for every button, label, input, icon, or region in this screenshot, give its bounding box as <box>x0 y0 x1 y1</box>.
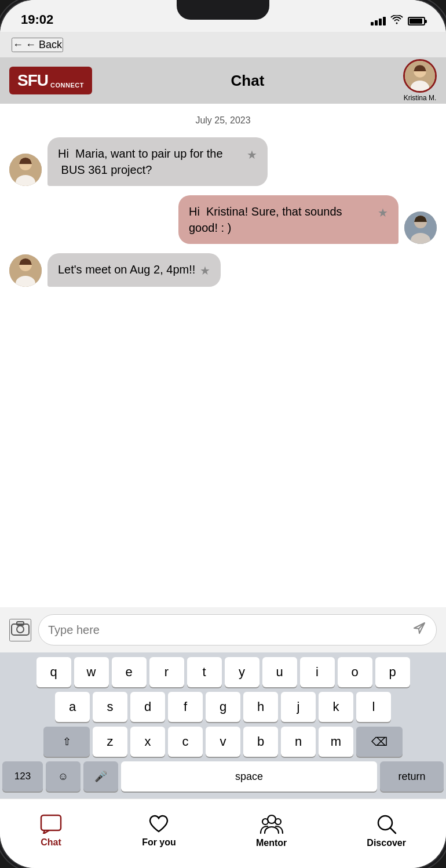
key-u[interactable]: u <box>262 657 297 687</box>
delete-key[interactable]: ⌫ <box>356 727 403 757</box>
message-input[interactable] <box>48 623 412 637</box>
phone-screen: 19:02 <box>0 0 446 868</box>
kristina-msg-avatar <box>9 154 42 186</box>
keyboard-row-1: q w e r t y u i o p <box>2 657 444 687</box>
connect-text: CONNECT <box>50 82 84 89</box>
send-button[interactable] <box>412 621 427 639</box>
key-k[interactable]: k <box>319 692 353 722</box>
nav-label-for-you: For you <box>142 837 176 848</box>
key-j[interactable]: j <box>281 692 316 722</box>
star-icon[interactable]: ★ <box>378 205 388 221</box>
key-q[interactable]: q <box>36 657 71 687</box>
key-x[interactable]: x <box>130 727 165 757</box>
header-avatar-wrap: Kristina M. <box>403 59 437 102</box>
key-y[interactable]: y <box>225 657 259 687</box>
key-e[interactable]: e <box>112 657 147 687</box>
space-key[interactable]: space <box>121 761 377 792</box>
maria-msg-avatar <box>404 211 437 244</box>
star-icon[interactable]: ★ <box>200 262 210 279</box>
status-icons <box>371 15 425 27</box>
avatar <box>9 254 42 287</box>
kristina-avatar-image <box>405 61 435 91</box>
nav-item-for-you[interactable]: For you <box>142 814 176 848</box>
svg-point-13 <box>17 626 24 633</box>
nav-item-discover[interactable]: Discover <box>367 814 406 848</box>
keyboard: q w e r t y u i o p a s d f g h j k <box>0 652 446 798</box>
battery-icon <box>408 17 425 25</box>
message-bubble-received-3: Let's meet on Aug 2, 4pm!! ★ <box>47 253 221 287</box>
avatar <box>404 211 437 244</box>
key-p[interactable]: p <box>375 657 410 687</box>
back-button[interactable]: ← ← Back <box>12 38 63 52</box>
nav-label-chat: Chat <box>41 837 61 848</box>
key-c[interactable]: c <box>168 727 203 757</box>
chat-area: July 25, 2023 Hi Maria, want to pair up … <box>0 104 446 607</box>
key-t[interactable]: t <box>187 657 222 687</box>
message-bubble-sent-2: Hi Kristina! Sure, that sounds good! : )… <box>178 195 399 244</box>
back-label: ← Back <box>25 39 62 51</box>
key-l[interactable]: l <box>356 692 391 722</box>
keyboard-row-3: ⇧ z x c v b n m ⌫ <box>2 727 444 757</box>
kristina-msg-avatar-2 <box>9 254 42 287</box>
key-r[interactable]: r <box>149 657 184 687</box>
nav-label-mentor: Mentor <box>256 838 287 848</box>
key-z[interactable]: z <box>93 727 127 757</box>
shift-key[interactable]: ⇧ <box>43 727 90 757</box>
message-bubble-received-1: Hi Maria, want to pair up for the BUS 36… <box>47 137 268 186</box>
phone-frame: 19:02 <box>0 0 446 868</box>
key-a[interactable]: a <box>55 692 90 722</box>
header-title: Chat <box>231 72 265 90</box>
svg-rect-16 <box>41 815 61 830</box>
key-b[interactable]: b <box>243 727 278 757</box>
nav-item-chat[interactable]: Chat <box>40 814 62 848</box>
num-key[interactable]: 123 <box>2 761 43 792</box>
status-time: 19:02 <box>21 12 53 27</box>
key-m[interactable]: m <box>319 727 353 757</box>
table-row: Hi Kristina! Sure, that sounds good! : )… <box>9 195 437 244</box>
svg-point-19 <box>275 819 281 825</box>
chat-icon <box>40 814 62 834</box>
camera-button[interactable] <box>9 619 31 641</box>
message-text: Hi Kristina! Sure, that sounds good! : ) <box>189 203 373 236</box>
table-row: Hi Maria, want to pair up for the BUS 36… <box>9 137 437 186</box>
key-f[interactable]: f <box>168 692 203 722</box>
chat-date: July 25, 2023 <box>9 115 437 126</box>
bottom-nav: Chat For you Mentor <box>0 798 446 868</box>
sfu-text: SFU <box>17 71 48 90</box>
return-key[interactable]: return <box>380 761 444 792</box>
key-g[interactable]: g <box>206 692 240 722</box>
key-w[interactable]: w <box>74 657 109 687</box>
nav-item-mentor[interactable]: Mentor <box>256 814 287 848</box>
key-s[interactable]: s <box>93 692 127 722</box>
back-bar: ← ← Back <box>0 32 446 57</box>
message-text: Let's meet on Aug 2, 4pm!! <box>58 261 195 278</box>
input-area <box>0 607 446 652</box>
back-arrow-icon: ← <box>13 39 23 51</box>
key-o[interactable]: o <box>338 657 372 687</box>
discover-icon <box>376 814 397 834</box>
notch <box>177 0 269 20</box>
header-avatar <box>403 59 437 93</box>
mentor-icon <box>259 814 284 834</box>
svg-line-21 <box>390 828 396 833</box>
app-header: SFU CONNECT Chat Kristina M. <box>0 57 446 104</box>
wifi-icon <box>390 15 403 27</box>
key-d[interactable]: d <box>130 692 165 722</box>
avatar <box>9 154 42 186</box>
key-v[interactable]: v <box>206 727 240 757</box>
message-input-wrap <box>38 614 437 645</box>
keyboard-row-2: a s d f g h j k l <box>2 692 444 722</box>
header-avatar-name: Kristina M. <box>404 94 437 102</box>
key-i[interactable]: i <box>300 657 335 687</box>
table-row: Let's meet on Aug 2, 4pm!! ★ <box>9 253 437 287</box>
key-n[interactable]: n <box>281 727 316 757</box>
mic-key[interactable]: 🎤 <box>83 761 118 792</box>
star-icon[interactable]: ★ <box>247 147 257 163</box>
svg-point-18 <box>262 819 268 825</box>
signal-icon <box>371 17 386 25</box>
heart-icon <box>148 814 170 834</box>
key-h[interactable]: h <box>243 692 278 722</box>
sfu-logo: SFU CONNECT <box>9 67 92 94</box>
message-text: Hi Maria, want to pair up for the BUS 36… <box>58 145 242 178</box>
emoji-key[interactable]: ☺ <box>46 761 81 792</box>
